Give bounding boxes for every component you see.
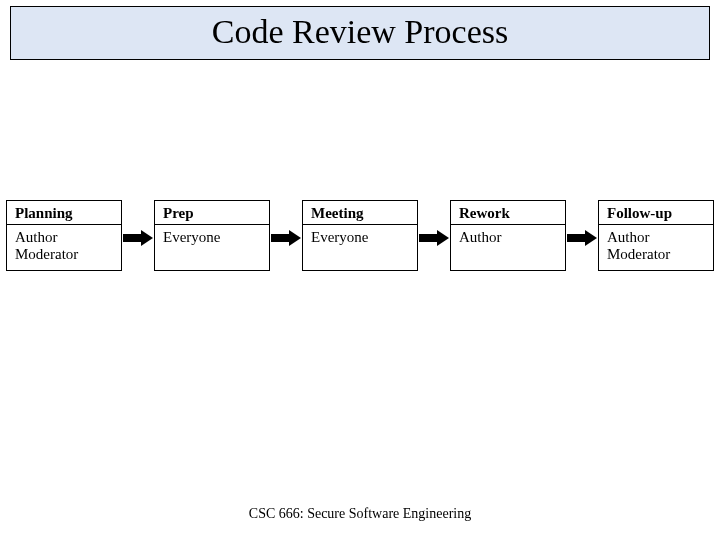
stage-title: Meeting bbox=[303, 201, 417, 225]
stage-participants: Author Moderator bbox=[7, 225, 121, 270]
stage-title: Rework bbox=[451, 201, 565, 225]
stage-meeting: Meeting Everyone bbox=[302, 200, 418, 271]
arrow-icon bbox=[270, 200, 302, 271]
process-flow: Planning Author Moderator Prep Everyone … bbox=[0, 200, 720, 271]
stage-participants: Author bbox=[451, 225, 565, 269]
participant: Author bbox=[607, 229, 707, 246]
participant: Everyone bbox=[163, 229, 263, 246]
stage-follow-up: Follow-up Author Moderator bbox=[598, 200, 714, 271]
arrow-icon bbox=[122, 200, 154, 271]
stage-planning: Planning Author Moderator bbox=[6, 200, 122, 271]
arrow-icon bbox=[418, 200, 450, 271]
stage-prep: Prep Everyone bbox=[154, 200, 270, 271]
arrow-icon bbox=[566, 200, 598, 271]
stage-participants: Everyone bbox=[155, 225, 269, 269]
stage-participants: Author Moderator bbox=[599, 225, 713, 270]
stage-rework: Rework Author bbox=[450, 200, 566, 271]
participant: Author bbox=[15, 229, 115, 246]
process-flow-row: Planning Author Moderator Prep Everyone … bbox=[0, 200, 720, 271]
participant: Moderator bbox=[607, 246, 707, 263]
slide-footer: CSC 666: Secure Software Engineering bbox=[0, 506, 720, 522]
participant: Author bbox=[459, 229, 559, 246]
slide-title: Code Review Process bbox=[10, 6, 710, 60]
stage-participants: Everyone bbox=[303, 225, 417, 269]
stage-title: Prep bbox=[155, 201, 269, 225]
participant: Moderator bbox=[15, 246, 115, 263]
stage-title: Planning bbox=[7, 201, 121, 225]
participant: Everyone bbox=[311, 229, 411, 246]
stage-title: Follow-up bbox=[599, 201, 713, 225]
